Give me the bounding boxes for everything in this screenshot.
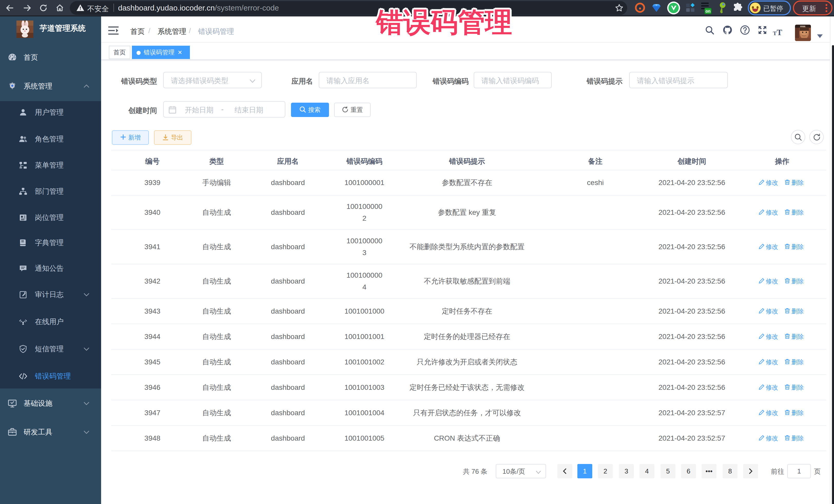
svg-text:on: on <box>705 9 710 13</box>
